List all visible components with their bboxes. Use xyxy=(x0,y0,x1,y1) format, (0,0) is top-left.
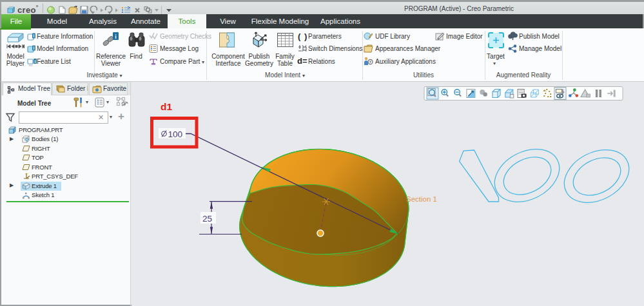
svg-text:i: i xyxy=(34,46,35,50)
svg-text:Section 1: Section 1 xyxy=(406,195,437,203)
svg-text:i: i xyxy=(34,33,35,38)
svg-text:25: 25 xyxy=(202,214,212,224)
svg-text:d1: d1 xyxy=(161,101,172,112)
svg-text:i: i xyxy=(35,59,36,64)
svg-text:i: i xyxy=(115,33,117,40)
svg-text:100: 100 xyxy=(168,129,183,139)
